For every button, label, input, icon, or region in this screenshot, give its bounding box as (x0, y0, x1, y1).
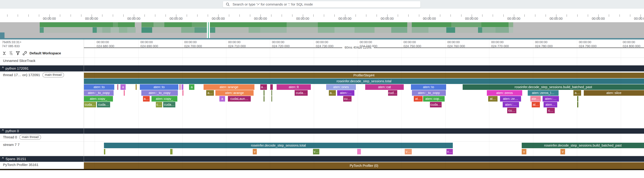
slice[interactable] (577, 102, 578, 107)
slice[interactable]: aten::to (140, 84, 178, 90)
slice[interactable] (124, 90, 125, 96)
slice[interactable]: aten::zeros (487, 90, 522, 96)
slice[interactable]: aten::arange (216, 90, 254, 96)
track-name-cell[interactable]: stream 7 7 (0, 142, 83, 147)
slice[interactable]: cuda… (295, 90, 308, 96)
collapse-caret-icon[interactable]: ^ (2, 156, 4, 161)
collapse-caret-icon[interactable]: ^ (2, 66, 4, 70)
slice[interactable]: cud… (388, 90, 397, 96)
slice[interactable]: aten::ones (326, 84, 356, 90)
slice[interactable]: roseinfer.decode_step_sessions.total (84, 78, 644, 84)
slice[interactable]: aten::copy_ (152, 96, 177, 102)
minimap-minor-tick (81, 14, 82, 17)
slice[interactable]: at… (532, 102, 540, 107)
filter-icon[interactable] (16, 51, 20, 56)
slice[interactable] (272, 90, 272, 96)
slice[interactable]: aten::to (411, 84, 446, 90)
slice[interactable]: aten::ze… (500, 96, 521, 102)
slice[interactable]: cuda… (84, 102, 96, 107)
slice[interactable]: a… (143, 96, 150, 102)
slice[interactable]: roseinfer.decode_step_sessions.total (104, 143, 453, 148)
slice[interactable]: cuda… (430, 102, 442, 107)
slice[interactable]: v… (405, 149, 412, 154)
track-name-cell[interactable]: Unnamed SliceTrack (0, 58, 83, 63)
slice[interactable]: aten::… (503, 102, 519, 107)
ruler-timestamp: 00:00:00024 720 000 (272, 40, 290, 48)
slice[interactable]: c… (547, 108, 555, 113)
panel-divider[interactable] (84, 39, 84, 170)
track-group-header[interactable]: ^python 0 (0, 128, 644, 134)
slice[interactable]: a (120, 84, 126, 90)
slice[interactable] (577, 96, 578, 102)
slice[interactable]: at… (488, 96, 498, 102)
slice[interactable]: cuda… (163, 102, 175, 107)
slice[interactable]: aten::_to_copy (84, 90, 114, 96)
slice[interactable]: aten::… (337, 90, 354, 96)
search-box[interactable] (223, 1, 420, 8)
slice[interactable]: cu… (507, 108, 516, 113)
slice[interactable]: aten::to (84, 84, 114, 90)
slice[interactable] (357, 149, 361, 154)
slice[interactable]: a… (260, 84, 267, 90)
slice[interactable]: a (189, 84, 194, 90)
minimap-overview[interactable] (0, 22, 644, 38)
search-input[interactable] (232, 2, 420, 7)
slice[interactable]: v… (446, 149, 453, 154)
slice[interactable] (180, 84, 180, 90)
slice[interactable]: ate… (530, 96, 541, 102)
track-name-cell[interactable]: thread 17… on) 172091main thread (0, 71, 83, 77)
slice[interactable]: PyTorch Profiler (0) (84, 162, 644, 169)
slice[interactable]: v… (313, 149, 319, 154)
slice[interactable] (182, 84, 183, 90)
slice[interactable]: cudaLaun… (228, 96, 251, 102)
slice[interactable] (264, 96, 264, 102)
pin-off-icon[interactable] (8, 51, 14, 56)
slice[interactable]: aten::zeros_l… (528, 90, 558, 96)
slice[interactable]: roseinfer.decode_step_sessions.build_bat… (522, 143, 644, 148)
slice[interactable]: cu… (343, 96, 352, 102)
collapse-tracks-icon[interactable] (2, 51, 6, 56)
slice[interactable] (182, 90, 183, 96)
slice[interactable]: cuda… (97, 102, 110, 107)
track-name-cell[interactable]: PyTorch Profiler 35161 (0, 162, 83, 167)
slice[interactable]: a… (329, 90, 336, 96)
slice[interactable]: at… (414, 96, 422, 102)
minimap-load-segment (478, 27, 482, 33)
slice[interactable]: roseinfer.decode_step_sessions.build_bat… (463, 84, 644, 90)
slice[interactable]: v (522, 149, 526, 154)
slice[interactable] (136, 84, 137, 90)
slice[interactable] (270, 84, 273, 90)
track-name: stream 7 7 (3, 143, 20, 147)
slice[interactable] (104, 149, 105, 154)
slice[interactable]: aten::_to_copy (412, 90, 446, 96)
slice[interactable]: c… (156, 102, 162, 107)
slice[interactable]: aten::cop… (423, 96, 445, 102)
slice[interactable] (170, 149, 172, 154)
slice[interactable]: aten::_to_copy (141, 90, 178, 96)
track-group-header[interactable]: ^python 172091 (0, 65, 644, 71)
slice[interactable] (272, 96, 272, 102)
slice[interactable]: aten::slice (584, 90, 644, 96)
slice[interactable]: aten::lt (276, 84, 311, 90)
slice[interactable]: ProfilerStep#4 (84, 73, 644, 78)
slice[interactable]: v (253, 149, 257, 154)
slice[interactable]: a… (206, 90, 214, 96)
ruler-timestamp: 00:00:00024 740 000 (360, 40, 378, 48)
slice[interactable]: a (220, 96, 225, 102)
slice[interactable]: aten::arange (204, 84, 254, 90)
slice[interactable]: v (560, 149, 565, 154)
track-name-cell[interactable]: Thread 0main thread (0, 134, 83, 140)
minimap-viewport-handle[interactable] (0, 38, 644, 39)
workspace-icon[interactable] (22, 51, 27, 56)
slice[interactable] (118, 84, 118, 90)
slice[interactable]: aten::copy_ (84, 96, 113, 102)
minimap-viewport-line[interactable] (208, 22, 209, 38)
slice[interactable]: a… (574, 90, 581, 96)
slice[interactable] (264, 90, 264, 96)
slice[interactable]: aten::cat (365, 84, 404, 90)
slice[interactable]: aten::… (542, 96, 559, 102)
collapse-caret-icon[interactable]: ^ (2, 128, 4, 133)
track-group-header[interactable]: ^Spans 35151 (0, 156, 644, 162)
workspace-title[interactable]: Default Workspace (30, 51, 61, 55)
slice[interactable]: aten… (544, 102, 557, 107)
